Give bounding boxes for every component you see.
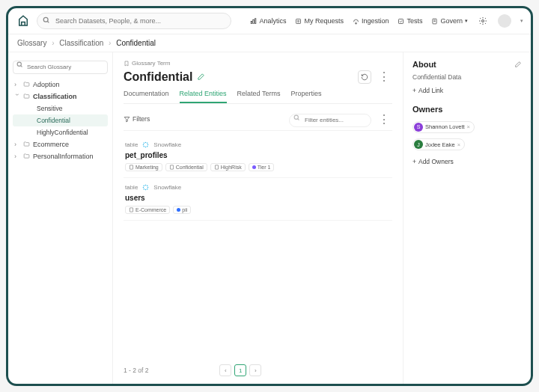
app-logo[interactable] — [16, 13, 31, 28]
tree-label: Ecommerce — [33, 141, 69, 148]
tab-documentation[interactable]: Documentation — [124, 90, 169, 103]
breadcrumb-item[interactable]: Classification — [59, 39, 103, 47]
breadcrumb-item[interactable]: Glossary — [17, 39, 46, 47]
filter-row: Filters ⋮ — [124, 108, 392, 131]
svg-point-30 — [145, 184, 147, 186]
tree-item-classification[interactable]: ›Classification — [13, 91, 108, 102]
chevron-down-icon: › — [13, 94, 21, 99]
tabs: Documentation Related Entities Related T… — [124, 90, 392, 104]
entity-platform: Snowflake — [153, 184, 181, 191]
nav-govern[interactable]: Govern▾ — [431, 17, 468, 25]
tab-related-terms[interactable]: Related Terms — [237, 90, 281, 103]
entity-meta: table Snowflake — [125, 141, 391, 148]
global-search-input[interactable] — [37, 13, 231, 29]
edit-title-icon[interactable] — [197, 73, 205, 81]
tree-label: Confidential — [37, 117, 70, 124]
entity-name: pet_profiles — [125, 151, 391, 159]
settings-gear-icon[interactable] — [477, 15, 489, 27]
filters-label: Filters — [133, 115, 150, 123]
edit-about-icon[interactable] — [514, 61, 522, 68]
plus-icon: + — [412, 158, 416, 165]
svg-point-21 — [143, 144, 144, 145]
entity-tag[interactable]: pii — [173, 206, 191, 214]
svg-point-34 — [144, 185, 145, 186]
nav-analytics-label: Analytics — [259, 17, 286, 25]
sidebar: ›Adoption ›Classification Sensitive Conf… — [8, 52, 113, 384]
svg-rect-28 — [170, 165, 173, 168]
dot-icon — [252, 165, 256, 169]
dot-icon — [177, 208, 180, 212]
tab-properties[interactable]: Properties — [290, 90, 321, 103]
svg-point-14 — [17, 62, 21, 66]
refresh-button[interactable] — [358, 70, 371, 84]
tree-item-ecommerce[interactable]: ›Ecommerce — [13, 138, 108, 150]
page-next-button[interactable]: › — [249, 364, 261, 376]
tree-item-highly-confidential[interactable]: HighlyConfidential — [13, 126, 108, 138]
entities-list: table Snowflake pet_profiles MarketingCo… — [124, 135, 392, 221]
page-number-button[interactable]: 1 — [234, 364, 246, 376]
nav-my-requests-label: My Requests — [304, 17, 344, 25]
svg-line-18 — [298, 119, 299, 120]
chevron-down-icon[interactable]: ▾ — [520, 18, 523, 24]
entity-tag[interactable]: Marketing — [125, 163, 162, 171]
owner-pill[interactable]: S Shannon Lovett × — [412, 121, 475, 133]
tag-label: Confidential — [176, 165, 204, 170]
add-owners-button[interactable]: + Add Owners — [412, 158, 522, 165]
nav-my-requests[interactable]: My Requests — [295, 17, 344, 25]
filter-more-icon[interactable]: ⋮ — [376, 112, 392, 126]
folder-icon — [23, 153, 30, 159]
tree-item-confidential[interactable]: Confidential — [13, 114, 108, 126]
page-title: Confidential — [124, 70, 192, 84]
entity-card[interactable]: table Snowflake pet_profiles MarketingCo… — [124, 135, 392, 178]
doc-icon — [129, 207, 134, 212]
page-prev-button[interactable]: ‹ — [219, 364, 231, 376]
add-link-button[interactable]: + Add Link — [412, 87, 522, 94]
tree-item-sensitive[interactable]: Sensitive — [13, 102, 108, 114]
svg-point-31 — [145, 189, 147, 190]
tree-item-personal-info[interactable]: ›PersonalInformation — [13, 150, 108, 162]
svg-rect-3 — [253, 19, 255, 23]
owner-name: Shannon Lovett — [425, 123, 465, 130]
about-description: Confidential Data — [412, 73, 522, 81]
entity-tag[interactable]: Confidential — [165, 163, 207, 171]
entity-tag[interactable]: HighRisk — [210, 163, 246, 171]
nav-ingestion-label: Ingestion — [362, 17, 389, 25]
nav-ingestion[interactable]: Ingestion — [353, 17, 389, 25]
tag-label: pii — [182, 207, 187, 212]
entity-type-text: Glossary Term — [132, 60, 170, 67]
tree-item-adoption[interactable]: ›Adoption — [13, 79, 108, 91]
chevron-right-icon: › — [14, 153, 20, 160]
svg-rect-2 — [252, 21, 253, 23]
more-actions-icon[interactable]: ⋮ — [376, 70, 392, 84]
sidebar-search-input[interactable] — [13, 61, 108, 74]
entity-tag[interactable]: Tier 1 — [249, 163, 275, 171]
owner-pill[interactable]: J Jodee Eake × — [412, 138, 465, 150]
owner-name: Jodee Eake — [425, 141, 455, 148]
filter-entities-input[interactable] — [289, 114, 371, 127]
breadcrumb-sep: › — [109, 39, 111, 47]
chevron-right-icon: › — [14, 141, 20, 148]
nav-tests[interactable]: Tests — [398, 17, 422, 25]
entity-type: table — [125, 184, 138, 191]
entity-card[interactable]: table Snowflake users E-Commercepii — [124, 178, 392, 221]
tag-label: E-Commerce — [135, 207, 166, 212]
tab-related-entities[interactable]: Related Entities — [180, 90, 227, 103]
plus-icon: + — [412, 87, 416, 94]
nav-analytics[interactable]: Analytics — [250, 17, 286, 25]
folder-icon — [23, 81, 30, 88]
filters-button[interactable]: Filters — [124, 115, 150, 123]
remove-owner-icon[interactable]: × — [457, 141, 460, 148]
breadcrumb-current: Confidential — [116, 39, 156, 47]
entity-tag[interactable]: E-Commerce — [125, 206, 170, 214]
svg-point-32 — [143, 186, 144, 188]
svg-point-36 — [144, 189, 145, 190]
entity-type-label: Glossary Term — [124, 60, 392, 67]
chevron-right-icon: › — [14, 81, 20, 88]
search-icon — [43, 16, 50, 24]
owners-heading: Owners — [412, 105, 522, 114]
user-avatar[interactable] — [498, 14, 511, 28]
remove-owner-icon[interactable]: × — [467, 123, 470, 130]
svg-point-26 — [147, 146, 148, 147]
owner-avatar: S — [414, 123, 423, 132]
svg-point-23 — [144, 142, 145, 144]
